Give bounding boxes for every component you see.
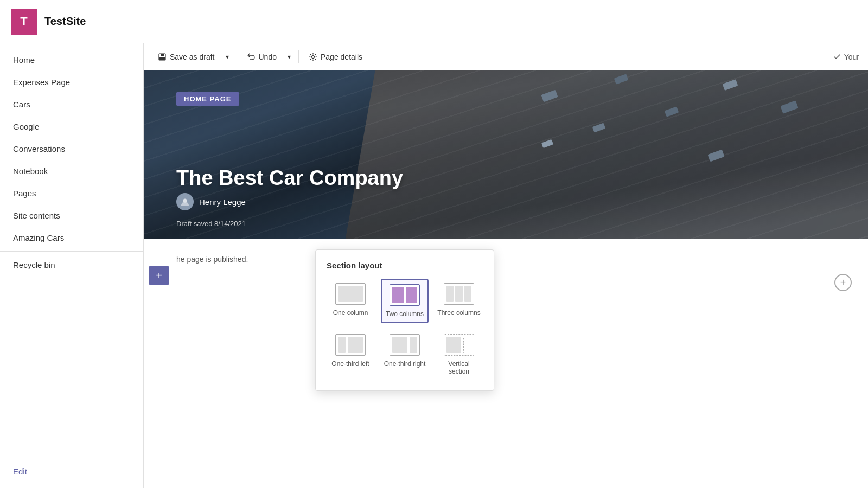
undo-icon (247, 53, 256, 61)
toolbar-separator-1 (237, 50, 237, 63)
sidebar-item-notebook[interactable]: Notebook (0, 160, 143, 182)
hero-title: The Best Car Company (176, 166, 403, 190)
undo-chevron[interactable]: ▾ (284, 50, 294, 64)
svg-rect-1 (161, 54, 164, 56)
hero-road-bg (144, 70, 868, 239)
sidebar-item-expenses-page[interactable]: Expenses Page (0, 71, 143, 93)
sidebar-item-conversations[interactable]: Conversations (0, 138, 143, 160)
add-section-button[interactable]: + (149, 266, 169, 285)
sidebar-item-amazing-cars[interactable]: Amazing Cars (0, 227, 143, 249)
two-columns-icon (390, 284, 420, 306)
svg-point-3 (311, 55, 314, 58)
sidebar-item-site-contents[interactable]: Site contents (0, 204, 143, 227)
sidebar-item-pages[interactable]: Pages (0, 182, 143, 204)
gear-icon (309, 53, 317, 61)
save-icon (158, 53, 167, 61)
save-draft-button[interactable]: Save as draft (152, 49, 220, 65)
sidebar-item-google[interactable]: Google (0, 115, 143, 138)
topbar: T TestSite (0, 0, 868, 43)
one-third-right-icon (390, 334, 420, 356)
section-layout-popup: Section layout One column (315, 249, 494, 391)
hero-draft: Draft saved 8/14/2021 (176, 220, 246, 228)
toolbar-right: Your (833, 53, 859, 61)
page-canvas: HOME PAGE The Best Car Company Henry Leg… (144, 70, 868, 488)
vertical-section-icon (444, 334, 474, 356)
sidebar: Home Expenses Page Cars Google Conversat… (0, 43, 144, 488)
check-icon (833, 53, 841, 61)
page-content: he page is published. (144, 239, 868, 280)
save-draft-chevron[interactable]: ▾ (222, 50, 232, 64)
page-details-button[interactable]: Page details (303, 49, 368, 65)
one-column-label: One column (333, 309, 368, 317)
toolbar-separator-2 (298, 50, 299, 63)
one-third-left-icon (335, 334, 366, 356)
layout-options-grid: One column Two columns (327, 279, 483, 380)
layout-option-one-third-right[interactable]: One-third right (381, 330, 429, 380)
layout-option-one-third-left[interactable]: One-third left (327, 330, 374, 380)
sidebar-item-home[interactable]: Home (0, 49, 143, 71)
two-columns-label: Two columns (386, 310, 424, 318)
three-columns-icon (444, 283, 474, 305)
one-third-left-label: One-third left (331, 360, 369, 368)
hero-author-name: Henry Legge (199, 197, 246, 207)
toolbar: Save as draft ▾ Undo ▾ Page details (144, 43, 868, 70)
svg-rect-2 (159, 57, 165, 60)
sidebar-item-cars[interactable]: Cars (0, 93, 143, 115)
layout-option-three-columns[interactable]: Three columns (435, 279, 483, 323)
one-third-right-label: One-third right (384, 360, 426, 368)
add-content-button[interactable]: + (834, 274, 852, 291)
hero-badge: HOME PAGE (176, 92, 239, 106)
content-area: Save as draft ▾ Undo ▾ Page details (144, 43, 868, 488)
sidebar-divider (0, 251, 143, 252)
layout-option-vertical-section[interactable]: Vertical section (435, 330, 483, 380)
vertical-section-label: Vertical section (437, 360, 481, 375)
layout-option-two-columns[interactable]: Two columns (381, 279, 429, 323)
popup-title: Section layout (327, 261, 483, 270)
site-name: TestSite (44, 15, 86, 28)
hero-author: Henry Legge (176, 193, 246, 210)
layout-option-one-column[interactable]: One column (327, 279, 374, 323)
one-column-icon (335, 283, 366, 305)
sidebar-item-recycle-bin[interactable]: Recycle bin (0, 254, 143, 276)
avatar (176, 193, 194, 210)
sidebar-item-edit[interactable]: Edit (0, 460, 143, 483)
undo-button[interactable]: Undo (241, 49, 282, 65)
site-logo: T (11, 9, 37, 35)
hero-area: HOME PAGE The Best Car Company Henry Leg… (144, 70, 868, 239)
main-layout: Home Expenses Page Cars Google Conversat… (0, 43, 868, 488)
published-text: he page is published. (176, 255, 248, 264)
three-columns-label: Three columns (437, 309, 480, 317)
user-icon (180, 197, 190, 207)
